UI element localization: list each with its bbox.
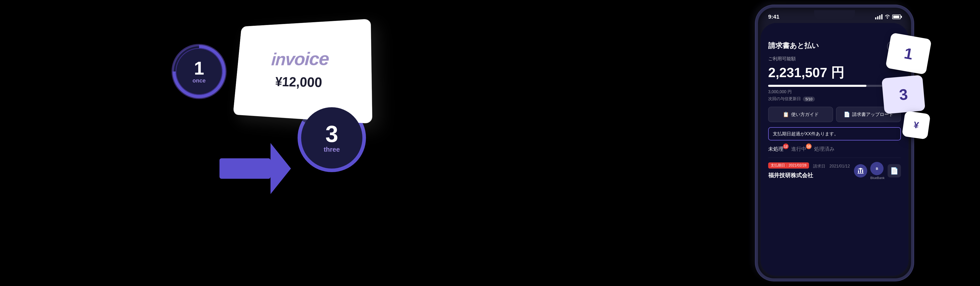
badge-1-label: once bbox=[192, 77, 205, 84]
upload-icon: 📄 bbox=[844, 111, 850, 117]
update-date-badge: 5/10 bbox=[803, 96, 815, 102]
svg-rect-2 bbox=[862, 170, 863, 173]
floating-cards: 1 3 ¥ bbox=[878, 36, 929, 138]
invoice-date-label: 請求日 bbox=[813, 164, 825, 169]
badge-once: 1 once bbox=[173, 46, 224, 97]
bank-label: BlueBank bbox=[870, 176, 885, 180]
float-card-yen-symbol: ¥ bbox=[913, 120, 920, 131]
svg-marker-4 bbox=[858, 168, 864, 169]
tab-unprocessed[interactable]: 未処理 12 bbox=[768, 145, 783, 152]
float-card-yen: ¥ bbox=[902, 111, 931, 140]
svg-rect-3 bbox=[858, 173, 864, 174]
next-update-label: 次回の与信更新日 bbox=[768, 96, 801, 102]
bank-icon bbox=[854, 164, 867, 177]
float-card-3-number: 3 bbox=[898, 85, 908, 104]
arrow-head bbox=[270, 143, 291, 194]
overdue-label: 支払期日 bbox=[771, 163, 785, 167]
float-card-1: 1 bbox=[885, 32, 932, 75]
signal-icon bbox=[875, 14, 883, 19]
overdue-badge: 支払期日：2021/02/28 bbox=[768, 162, 809, 169]
wifi-icon bbox=[885, 14, 890, 20]
status-icons bbox=[875, 14, 901, 20]
progress-fill bbox=[768, 85, 866, 87]
badge-3-number: 3 bbox=[325, 123, 338, 145]
invoice-item-right: B BlueBank 📄 bbox=[854, 162, 901, 180]
tab-unprocessed-label: 未処理 bbox=[768, 146, 783, 152]
float-card-1-number: 1 bbox=[903, 44, 915, 63]
guide-label: 使い方ガイド bbox=[791, 111, 819, 117]
overdue-date: 2021/02/28 bbox=[789, 163, 807, 167]
phone-mockup: 9:41 ? bbox=[756, 5, 914, 281]
tab-in-progress-label: 進行中 bbox=[791, 146, 807, 152]
arrow-area: ☞ bbox=[194, 123, 321, 225]
svg-rect-1 bbox=[860, 169, 861, 173]
float-card-3: 3 bbox=[881, 75, 925, 114]
invoice-card: invoice ¥12,000 bbox=[233, 19, 372, 124]
phone-notch bbox=[814, 10, 855, 19]
battery-icon bbox=[892, 14, 901, 19]
tab-in-progress[interactable]: 進行中 10 bbox=[791, 145, 807, 152]
status-time: 9:41 bbox=[768, 14, 780, 20]
tab-in-progress-badge: 10 bbox=[806, 144, 811, 149]
tabs-row: 未処理 12 進行中 10 処理済み bbox=[768, 145, 901, 152]
tab-unprocessed-badge: 12 bbox=[783, 144, 789, 149]
tab-completed[interactable]: 処理済み bbox=[814, 145, 835, 152]
invoice-amount: ¥12,000 bbox=[275, 74, 322, 90]
bluebank-icon: B bbox=[870, 162, 883, 175]
guide-button[interactable]: 📋 使い方ガイド bbox=[768, 107, 833, 122]
doc-icon: 📄 bbox=[888, 164, 901, 177]
alert-text: 支払期日超過がXX件あります。 bbox=[773, 131, 838, 137]
company-name: 福井技研株式会社 bbox=[768, 172, 854, 179]
date-row: 支払期日：2021/02/28 請求日 2021/01/12 bbox=[768, 162, 854, 170]
tab-completed-label: 処理済み bbox=[814, 146, 835, 152]
invoice-date: 2021/01/12 bbox=[829, 164, 850, 169]
illustration-area: invoice ¥12,000 1 once 3 three ☞ bbox=[0, 0, 562, 286]
invoice-label: invoice bbox=[271, 48, 329, 69]
guide-icon: 📋 bbox=[783, 111, 789, 117]
invoice-item-left: 支払期日：2021/02/28 請求日 2021/01/12 福井技研株式会社 bbox=[768, 162, 854, 179]
invoice-list-item[interactable]: 支払期日：2021/02/28 請求日 2021/01/12 福井技研株式会社 bbox=[768, 158, 901, 184]
badge-1-number: 1 bbox=[194, 59, 204, 77]
badge-3-label: three bbox=[324, 145, 340, 153]
svg-rect-0 bbox=[858, 170, 859, 173]
